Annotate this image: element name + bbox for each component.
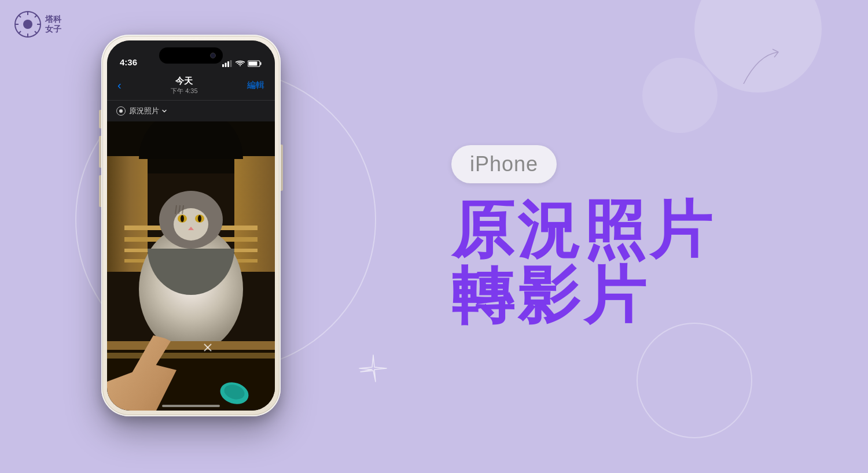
svg-line-6: [19, 15, 21, 17]
live-photo-bar: 原況照片: [107, 101, 275, 121]
nav-title: 今天: [171, 76, 197, 87]
signal-icon: [222, 60, 233, 67]
back-button[interactable]: ‹: [117, 79, 122, 92]
logo-text: 塔科 女子: [45, 14, 61, 34]
home-indicator: [162, 405, 220, 407]
nav-subtitle: 下午 4:35: [171, 87, 197, 95]
status-icons: [222, 60, 262, 67]
title-line2: 轉影片: [451, 263, 833, 328]
svg-rect-12: [227, 61, 229, 67]
edit-button[interactable]: 編輯: [247, 80, 264, 91]
phone-silent-button: [99, 110, 101, 128]
iphone-badge-text: iPhone: [470, 152, 538, 176]
chevron-down-icon: [161, 108, 167, 114]
title-line1: 原況照片: [451, 197, 833, 263]
front-camera: [210, 53, 216, 58]
svg-rect-15: [260, 62, 262, 65]
nav-bar: ‹ 今天 下午 4:35 編輯: [107, 71, 275, 101]
svg-point-1: [23, 20, 32, 29]
iphone-badge: iPhone: [451, 145, 557, 183]
iphone-frame: 4:36: [101, 35, 281, 416]
svg-rect-16: [249, 62, 258, 66]
status-time: 4:36: [120, 57, 137, 67]
star-decoration: [356, 352, 391, 389]
dynamic-island: [159, 47, 223, 64]
svg-rect-11: [225, 63, 227, 68]
phone-container: 4:36: [101, 35, 281, 416]
phone-volume-down-button: [99, 175, 101, 207]
svg-line-7: [35, 31, 37, 34]
phone-power-button: [281, 145, 283, 191]
battery-icon: [248, 60, 262, 67]
cat-photo-canvas: [107, 121, 275, 411]
iphone-screen: 4:36: [107, 40, 275, 411]
wifi-icon: [236, 60, 245, 67]
nav-center: 今天 下午 4:35: [171, 76, 197, 95]
live-photo-label: 原況照片: [129, 106, 167, 116]
svg-line-8: [35, 15, 37, 17]
logo-icon: [14, 10, 42, 38]
live-icon: [116, 106, 126, 116]
phone-volume-up-button: [99, 136, 101, 168]
svg-line-9: [19, 31, 21, 34]
logo: 塔科 女子: [14, 10, 61, 38]
main-title: 原況照片 轉影片: [451, 197, 833, 328]
svg-rect-13: [230, 60, 232, 67]
right-content: iPhone 原況照片 轉影片: [405, 0, 868, 473]
photo-area: [107, 121, 275, 411]
svg-rect-10: [222, 64, 224, 67]
